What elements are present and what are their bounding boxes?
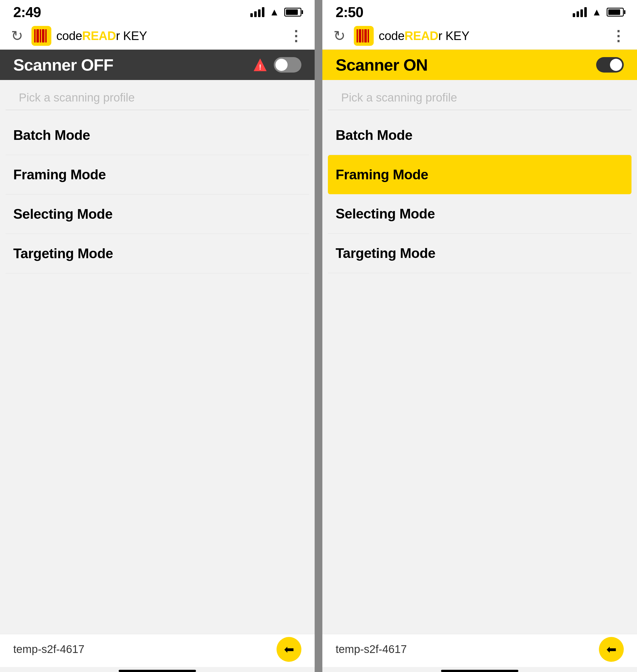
left-screen: 2:49 ▲ ↻ [0,0,317,672]
svg-text:!: ! [259,63,261,71]
back-button-left[interactable]: ⬅ [276,637,302,662]
scanner-header-left: Scanner OFF ! [0,50,315,80]
scanner-header-right: Scanner ON [322,50,637,80]
device-id-left: temp-s2f-4617 [13,643,85,655]
scanner-controls-right [596,57,624,73]
scanner-title-left: Scanner OFF [13,55,113,74]
more-menu-icon-left[interactable]: ⋮ [289,27,304,44]
back-arrow-icon-left: ⬅ [284,642,294,656]
bottom-bar-left: temp-s2f-4617 ⬅ [0,634,315,667]
selecting-mode-item-left[interactable]: Selecting Mode [5,194,309,234]
profile-picker-left[interactable]: Pick a scanning profile [5,80,309,110]
more-menu-icon-right[interactable]: ⋮ [611,27,626,44]
device-id-right: temp-s2f-4617 [335,643,407,655]
app-logo-left: codeREADr KEY [32,26,147,46]
app-bar-right: ↻ codeREADr KEY ⋮ [322,22,637,50]
status-bar-right: 2:50 ▲ [322,0,637,22]
profile-picker-text-left: Pick a scanning profile [19,91,135,104]
bottom-bar-right: temp-s2f-4617 ⬅ [322,634,637,667]
battery-icon-right [607,8,624,17]
app-logo-right: codeREADr KEY [354,26,470,46]
profile-picker-text-right: Pick a scanning profile [341,91,457,104]
refresh-icon-left[interactable]: ↻ [11,27,23,44]
signal-icon-right [573,7,587,17]
status-time-right: 2:50 [335,4,363,20]
battery-icon-left [284,8,302,17]
back-arrow-icon-right: ⬅ [606,642,617,656]
batch-mode-item-right[interactable]: Batch Mode [328,116,632,155]
wifi-icon-right: ▲ [592,6,602,18]
selecting-mode-item-right[interactable]: Selecting Mode [328,194,632,234]
refresh-icon-right[interactable]: ↻ [333,27,346,44]
targeting-mode-item-right[interactable]: Targeting Mode [328,234,632,273]
app-name-left: codeREADr KEY [56,29,147,43]
status-icons-right: ▲ [573,6,624,18]
scanner-title-right: Scanner ON [335,55,427,74]
right-screen: 2:50 ▲ ↻ [322,0,637,672]
framing-mode-item-right[interactable]: Framing Mode [328,155,632,194]
home-indicator-left [119,670,196,672]
profile-picker-right[interactable]: Pick a scanning profile [328,80,632,110]
screen-divider [317,0,322,672]
app-name-right: codeREADr KEY [379,29,470,43]
scanner-controls-left: ! [252,57,302,73]
batch-mode-item-left[interactable]: Batch Mode [5,116,309,155]
mode-list-left: Batch Mode Framing Mode Selecting Mode T… [0,116,315,634]
targeting-mode-item-left[interactable]: Targeting Mode [5,234,309,273]
warning-icon-left: ! [252,57,268,73]
status-time-left: 2:49 [13,4,41,20]
status-bar-left: 2:49 ▲ [0,0,315,22]
mode-list-right: Batch Mode Framing Mode Selecting Mode T… [322,116,637,634]
wifi-icon-left: ▲ [269,6,279,18]
barcode-logo-left [32,26,51,46]
back-button-right[interactable]: ⬅ [599,637,624,662]
scanner-toggle-right[interactable] [596,57,624,73]
status-icons-left: ▲ [250,6,302,18]
home-indicator-right [441,670,518,672]
app-bar-left: ↻ codeREADr KEY ⋮ [0,22,315,50]
barcode-logo-right [354,26,374,46]
framing-mode-item-left[interactable]: Framing Mode [5,155,309,194]
scanner-toggle-left[interactable] [274,57,302,73]
signal-icon-left [250,7,265,17]
